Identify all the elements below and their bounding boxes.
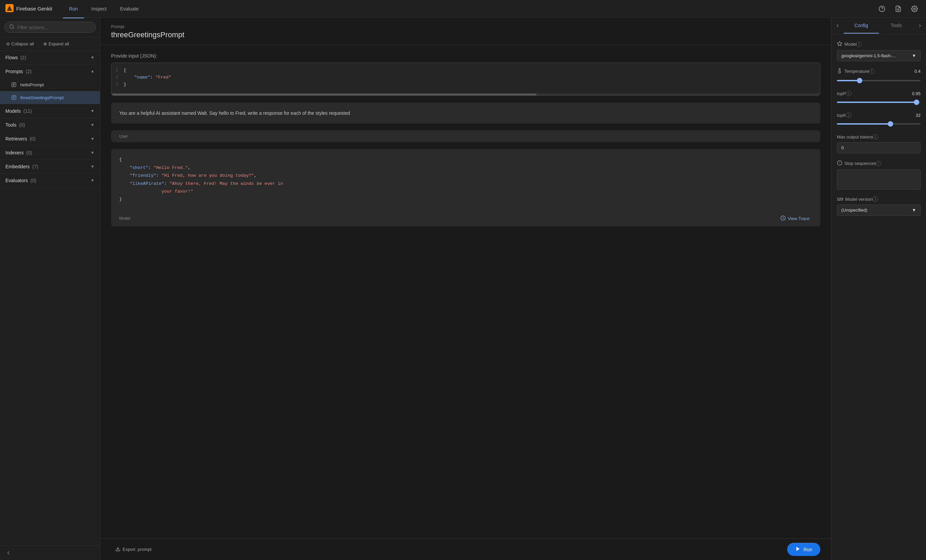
panel-tabs: Config Tools <box>844 18 914 33</box>
sidebar-search-area <box>0 18 100 37</box>
run-label: Run <box>803 547 812 552</box>
embedders-header[interactable]: Embedders (7) ▼ <box>0 160 100 174</box>
panel-nav: Config Tools <box>832 18 926 34</box>
help-icon[interactable] <box>876 3 888 15</box>
panel-next-button[interactable] <box>914 18 926 34</box>
panel-tab-tools[interactable]: Tools <box>879 18 914 33</box>
indexers-header[interactable]: Indexers (0) ▼ <box>0 146 100 160</box>
export-button[interactable]: Export .prompt <box>111 543 156 555</box>
retrievers-header[interactable]: Retrievers (0) ▼ <box>0 132 100 146</box>
model-label-text: Model <box>844 42 856 47</box>
view-trace-button[interactable]: View Trace <box>778 214 812 223</box>
tab-evaluate[interactable]: Evaluate <box>114 4 145 14</box>
sidebar: ⊖ Collapse all ⊕ Expand all Flows (2) ▼ <box>0 18 100 560</box>
export-icon <box>115 546 121 552</box>
flows-section: Flows (2) ▼ <box>0 51 100 65</box>
expand-all-label: Expand all <box>48 41 69 46</box>
max-tokens-info-icon[interactable]: i <box>873 134 878 139</box>
model-select[interactable]: googleai/gemini-1.5-flash-... ▼ <box>837 50 921 61</box>
evaluators-header[interactable]: Evaluators (0) ▼ <box>0 174 100 187</box>
svg-point-7 <box>10 25 14 29</box>
input-label: Provide input (JSON): <box>111 53 820 59</box>
model-version-field-row: 123 Model version i <box>837 196 921 202</box>
topk-info-icon[interactable]: i <box>846 112 852 118</box>
settings-icon[interactable] <box>908 3 921 15</box>
model-field-row: Model i <box>837 41 921 47</box>
stop-seq-info-icon[interactable]: i <box>876 161 881 166</box>
topk-field-group: topK i 32 <box>837 112 921 127</box>
model-version-label: Model version <box>845 197 873 202</box>
code-content: { "name": "Fred" } <box>124 67 816 89</box>
model-version-icon: 123 <box>837 197 843 201</box>
flows-header[interactable]: Flows (2) ▼ <box>0 51 100 64</box>
flows-label: Flows (2) <box>5 55 26 60</box>
view-trace-label: View Trace <box>788 216 809 221</box>
models-chevron: ▼ <box>91 109 94 113</box>
svg-point-6 <box>914 8 915 9</box>
collapse-all-button[interactable]: ⊖ Collapse all <box>4 40 36 48</box>
stop-sequences-field-group: Stop sequences i <box>837 160 921 190</box>
expand-icon: ⊕ <box>43 41 47 46</box>
prompts-label: Prompts (2) <box>5 69 32 74</box>
models-header[interactable]: Models (11) ▼ <box>0 104 100 118</box>
search-box[interactable] <box>4 22 96 33</box>
prompts-section: Prompts (2) ▼ helloPrompt <box>0 65 100 104</box>
sidebar-collapse-button[interactable] <box>0 545 100 560</box>
docs-icon[interactable] <box>892 3 904 15</box>
max-tokens-label: Max output tokens <box>837 134 873 139</box>
trace-icon <box>780 215 786 222</box>
model-label: Model <box>119 216 130 221</box>
prompt-icon-2 <box>11 95 17 101</box>
panel-tab-config[interactable]: Config <box>844 18 879 33</box>
run-icon <box>795 546 801 552</box>
sidebar-item-helloPrompt[interactable]: helloPrompt <box>0 78 100 91</box>
model-version-select[interactable]: (Unspecified) ▼ <box>837 204 921 216</box>
nav-tabs: Run Inspect Evaluate <box>63 4 873 14</box>
tab-inspect[interactable]: Inspect <box>85 4 113 14</box>
export-label: Export .prompt <box>123 547 151 552</box>
output-footer: Model View Trace <box>111 210 820 226</box>
main-layout: ⊖ Collapse all ⊕ Expand all Flows (2) ▼ <box>0 18 926 560</box>
temperature-icon <box>837 68 842 74</box>
temperature-info-icon[interactable]: i <box>869 69 875 74</box>
three-greetings-label: threeGreetingsPrompt <box>20 95 64 100</box>
indexers-label: Indexers (0) <box>5 150 32 155</box>
temperature-field-row: Temperature i 0.4 <box>837 68 921 74</box>
indexers-section: Indexers (0) ▼ <box>0 146 100 160</box>
collapse-icon: ⊖ <box>6 41 10 46</box>
search-icon <box>9 24 15 30</box>
tools-header[interactable]: Tools (0) ▼ <box>0 118 100 132</box>
json-input-editor[interactable]: 123 { "name": "Fred" } <box>111 63 820 96</box>
breadcrumb: Prompt <box>111 24 820 29</box>
search-input[interactable] <box>17 25 91 30</box>
prompts-header[interactable]: Prompts (2) ▼ <box>0 65 100 78</box>
tools-section: Tools (0) ▼ <box>0 118 100 132</box>
app-logo: Firebase Genkit <box>5 4 52 13</box>
flows-chevron: ▼ <box>91 55 94 60</box>
model-version-info-icon[interactable]: i <box>873 196 878 202</box>
topp-info-icon[interactable]: i <box>846 91 852 96</box>
topk-value: 32 <box>916 113 921 118</box>
panel-prev-button[interactable] <box>832 18 844 34</box>
stop-sequences-label: Stop sequences <box>844 161 876 166</box>
retrievers-chevron: ▼ <box>91 136 94 141</box>
run-button[interactable]: Run <box>787 543 820 556</box>
stop-sequences-input[interactable] <box>837 169 921 190</box>
topp-label: topP <box>837 91 846 96</box>
evaluators-section: Evaluators (0) ▼ <box>0 174 100 187</box>
tab-run[interactable]: Run <box>63 4 84 14</box>
topp-field-group: topP i 0.95 <box>837 91 921 106</box>
svg-marker-19 <box>797 547 800 551</box>
indexers-chevron: ▼ <box>91 150 94 155</box>
expand-all-button[interactable]: ⊕ Expand all <box>41 40 71 48</box>
bottom-bar: Export .prompt Run <box>100 538 831 560</box>
model-version-select-value: (Unspecified) <box>841 208 867 213</box>
tools-chevron: ▼ <box>91 122 94 127</box>
line-numbers: 123 <box>115 67 124 89</box>
topp-value: 0.95 <box>912 91 921 96</box>
embedders-section: Embedders (7) ▼ <box>0 160 100 174</box>
stop-seq-icon <box>837 160 842 167</box>
max-tokens-input[interactable]: 0 <box>837 142 921 153</box>
sidebar-item-threeGreetingsPrompt[interactable]: threeGreetingsPrompt <box>0 91 100 104</box>
model-info-icon[interactable]: i <box>856 42 862 47</box>
